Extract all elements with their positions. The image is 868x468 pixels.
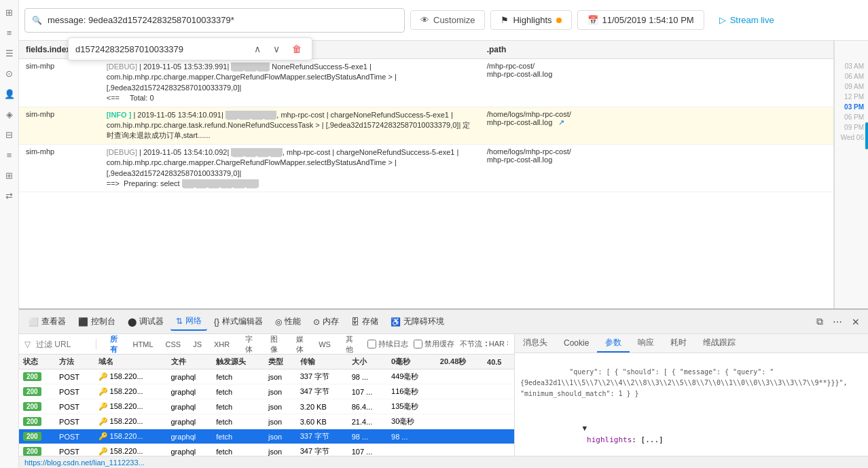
persist-log-checkbox[interactable]: 持续日志 xyxy=(367,339,408,349)
status-badge: 200 xyxy=(23,417,41,426)
dropdown-up-btn[interactable]: ∧ xyxy=(251,42,264,56)
devtools-tab-network[interactable]: ⇅ 网络 xyxy=(170,312,207,331)
filter-tabs: 所有 HTML CSS JS XHR 字体 图像 媒体 WS 其他 xyxy=(102,334,362,356)
search-dropdown-input[interactable] xyxy=(75,44,245,54)
devtools-duplicate-btn[interactable]: ⧉ xyxy=(812,313,827,330)
har-label: 不节流 ∶ HAR ∶ xyxy=(460,339,509,349)
time1-cell: 449毫秒 xyxy=(387,370,436,384)
table-row[interactable]: sim-mhp [DEBUG] | 2019-11-05 13:54:10.09… xyxy=(19,144,833,192)
network-row[interactable]: 200 POST 🔑 158.220... graphql fetch json… xyxy=(19,384,514,399)
timeline-09pm: 09 PM xyxy=(840,122,868,132)
status-badge: 200 xyxy=(23,387,41,396)
sidebar-icon-4[interactable]: ⊙ xyxy=(3,67,16,80)
filter-tab-font[interactable]: 字体 xyxy=(236,334,261,356)
filter-tab-media[interactable]: 媒体 xyxy=(288,334,312,356)
log-host: sim-mhp xyxy=(19,59,100,107)
size-cell: 21.4... xyxy=(348,414,387,429)
debug-tag: [DEBUG] xyxy=(107,62,137,71)
highlights-dot xyxy=(556,18,562,23)
devtools-close-btn[interactable]: ✕ xyxy=(848,314,864,330)
file-cell: graphql xyxy=(167,384,213,399)
timeline-03am: 03 AM xyxy=(841,61,868,71)
filter-tab-js[interactable]: JS xyxy=(187,334,207,356)
sidebar-icon-5[interactable]: 👤 xyxy=(3,87,16,101)
type-cell: json xyxy=(264,384,296,399)
customize-button[interactable]: 👁 Customize xyxy=(410,10,485,30)
devtools-tab-storage[interactable]: 🗄 存储 xyxy=(346,313,384,330)
sidebar-icon-1[interactable]: ⊞ xyxy=(3,5,16,19)
devtools-toolbar: ⬜ 查看器 ⬛ 控制台 ⬤ 调试器 ⇅ 网络 {} 样式编辑器 ◎ 性能 xyxy=(19,310,868,334)
filter-url-input[interactable] xyxy=(36,340,90,349)
filter-tab-css[interactable]: CSS xyxy=(160,334,187,356)
search-text: message: 9edea32d157242832587010033379* xyxy=(48,15,234,25)
table-row[interactable]: sim-mhp [DEBUG] | 2019-11-05 13:53:39.99… xyxy=(19,59,833,107)
external-link-icon[interactable]: ↗ xyxy=(558,118,564,126)
trigger-cell: fetch xyxy=(212,384,264,399)
stream-live-button[interactable]: ▷ Stream live xyxy=(710,11,784,29)
detail-tabs: 消息头 Cookie 参数 响应 耗时 维战跟踪 xyxy=(515,334,868,353)
highlights-toggle[interactable]: ▼ xyxy=(582,424,587,433)
log-message: [DEBUG] | 2019-11-05 13:54:10.092| ██ ██… xyxy=(100,144,480,192)
disable-cache-checkbox[interactable]: 禁用缓存 xyxy=(414,339,454,349)
sidebar-icon-2[interactable]: ≡ xyxy=(3,26,16,39)
sidebar-icon-8[interactable]: ≡ xyxy=(3,148,16,162)
table-row[interactable]: sim-mhp [INFO ] | 2019-11-05 13:54:10.09… xyxy=(19,107,833,144)
devtools-tab-memory[interactable]: ⊙ 内存 xyxy=(308,313,344,330)
dropdown-delete-btn[interactable]: 🗑 xyxy=(289,42,305,56)
detail-tab-cookie[interactable]: Cookie xyxy=(556,334,597,353)
filter-tab-all[interactable]: 所有 xyxy=(102,334,126,356)
accessibility-icon: ♿ xyxy=(391,317,401,327)
status-url[interactable]: https://blog.csdn.net/lian_1112233... xyxy=(24,458,145,467)
highlights-button[interactable]: ⚑ Highlights xyxy=(490,10,571,30)
trigger-cell: fetch xyxy=(212,444,264,456)
devtools-body: ▽ 所有 HTML CSS JS XHR 字体 图像 媒体 WS 其他 xyxy=(19,334,868,456)
sidebar-icon-3[interactable]: ☰ xyxy=(3,46,16,60)
filter-icon: ▽ xyxy=(24,340,31,349)
col-method: 方法 xyxy=(55,355,94,370)
dropdown-down-btn[interactable]: ∨ xyxy=(270,42,283,56)
type-cell: json xyxy=(264,429,296,444)
filter-tab-ws[interactable]: WS xyxy=(313,334,336,356)
status-bar: https://blog.csdn.net/lian_1112233... xyxy=(19,456,868,468)
search-box[interactable]: 🔍 message: 9edea32d157242832587010033379… xyxy=(24,8,405,33)
network-row[interactable]: 200 POST 🔑 158.220... graphql fetch json… xyxy=(19,399,514,414)
network-row[interactable]: 200 POST 🔑 158.220... graphql fetch json… xyxy=(19,414,514,429)
storage-icon: 🗄 xyxy=(351,317,359,327)
eye-icon: 👁 xyxy=(420,15,429,25)
detail-tab-response[interactable]: 响应 xyxy=(630,334,662,353)
filter-tab-xhr[interactable]: XHR xyxy=(209,334,235,356)
filter-tab-html[interactable]: HTML xyxy=(128,334,159,356)
filter-tab-other[interactable]: 其他 xyxy=(338,334,362,356)
devtools-tab-viewer[interactable]: ⬜ 查看器 xyxy=(23,313,71,330)
network-table: 状态 方法 域名 文件 触发源头 类型 传输 大小 0毫秒 20.48秒 40. xyxy=(19,355,514,456)
devtools-tab-debugger[interactable]: ⬤ 调试器 xyxy=(122,313,169,330)
sidebar-icon-10[interactable]: ⇄ xyxy=(3,189,16,202)
detail-tab-params[interactable]: 参数 xyxy=(597,334,630,353)
detail-tab-headers[interactable]: 消息头 xyxy=(515,334,556,353)
log-host: sim-mhp xyxy=(19,144,100,192)
sidebar-icon-9[interactable]: ⊞ xyxy=(3,168,16,182)
datetime-button[interactable]: 📅 11/05/2019 1:54:10 PM xyxy=(577,10,704,30)
devtools-more-btn[interactable]: ⋯ xyxy=(829,314,846,330)
main-area: fields.indexprefix Message .path sim-mhp… xyxy=(19,41,868,308)
network-row[interactable]: 200 POST 🔑 158.220... graphql fetch json… xyxy=(19,444,514,456)
log-path: /home/logs/mhp-rpc-cost/mhp-rpc-cost-all… xyxy=(480,107,833,144)
sidebar-icon-7[interactable]: ⊟ xyxy=(3,128,16,141)
log-panel: fields.indexprefix Message .path sim-mhp… xyxy=(19,41,834,308)
detail-tab-stack[interactable]: 维战跟踪 xyxy=(695,334,744,353)
detail-tab-timing[interactable]: 耗时 xyxy=(662,334,695,353)
devtools-tab-console[interactable]: ⬛ 控制台 xyxy=(73,313,121,330)
devtools-tab-style-editor[interactable]: {} 样式编辑器 xyxy=(209,313,268,330)
devtools-tab-performance[interactable]: ◎ 性能 xyxy=(270,313,306,330)
sidebar-icon-6[interactable]: ◈ xyxy=(3,107,16,121)
filter-tab-image[interactable]: 图像 xyxy=(262,334,287,356)
highlight-icon: ⚑ xyxy=(501,15,509,25)
network-row[interactable]: 200 POST 🔑 158.220... graphql fetch json… xyxy=(19,370,514,384)
col-domain: 域名 xyxy=(94,355,167,370)
masked-2: ██ ██ ██ ██ xyxy=(225,111,277,119)
devtools-tab-accessibility[interactable]: ♿ 无障碍环境 xyxy=(385,313,450,330)
memory-icon: ⊙ xyxy=(313,317,320,327)
network-row[interactable]: 200 POST 🔑 158.220... graphql fetch json… xyxy=(19,429,514,444)
network-icon: ⇅ xyxy=(176,317,183,326)
file-cell: graphql xyxy=(167,429,213,444)
